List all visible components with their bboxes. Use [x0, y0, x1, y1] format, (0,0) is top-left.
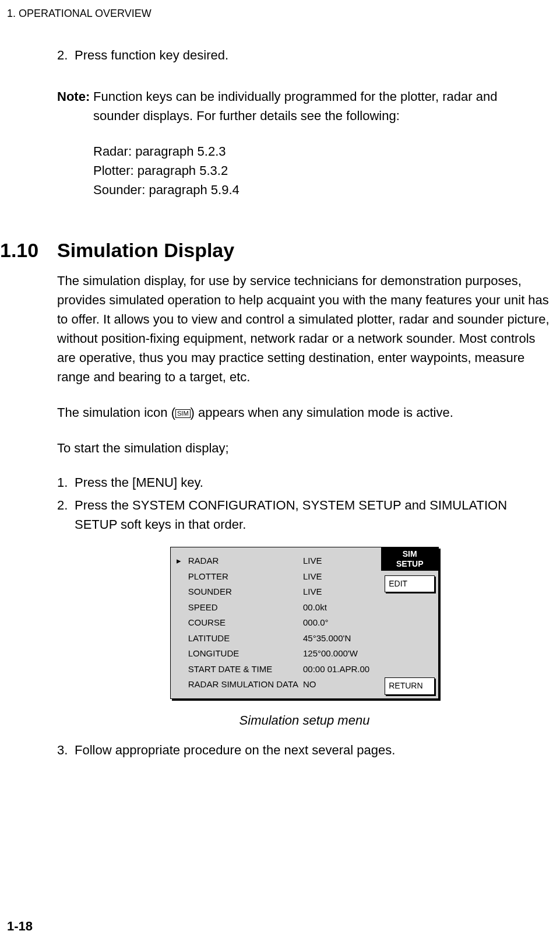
- section-heading: 1.10 Simulation Display: [0, 236, 552, 265]
- step-number: 2.: [57, 496, 75, 534]
- step-text: Press function key desired.: [75, 45, 228, 65]
- softkey-panel: SIMSETUP EDIT RETURN: [381, 547, 438, 698]
- menu-value: LIVE: [303, 584, 374, 600]
- note-ref-sounder: Sounder: paragraph 5.9.4: [93, 180, 552, 199]
- menu-value: 00:00 01.APR.00: [303, 662, 374, 677]
- step-number: 1.: [57, 473, 75, 492]
- step-text: Follow appropriate procedure on the next…: [75, 740, 395, 760]
- menu-row-course[interactable]: COURSE 000.0°: [175, 615, 374, 631]
- note-label: Note:: [57, 87, 93, 125]
- step-1: 1. Press the [MENU] key.: [57, 473, 552, 492]
- menu-value: LIVE: [303, 569, 374, 585]
- menu-label: RADAR: [181, 553, 303, 569]
- figure-caption: Simulation setup menu: [57, 711, 552, 730]
- menu-value: LIVE: [303, 553, 374, 569]
- menu-row-start-date-time[interactable]: START DATE & TIME 00:00 01.APR.00: [175, 662, 374, 677]
- step-2: 2. Press the SYSTEM CONFIGURATION, SYSTE…: [57, 496, 552, 534]
- step-2-prior: 2. Press function key desired.: [57, 45, 552, 65]
- note-line1: Function keys can be individually progra…: [93, 87, 552, 106]
- menu-label: START DATE & TIME: [181, 662, 303, 677]
- step-number: 2.: [57, 45, 75, 65]
- menu-value: NO: [303, 677, 374, 693]
- p2-b: ) appears when any simulation mode is ac…: [191, 405, 453, 420]
- menu-row-sounder[interactable]: SOUNDER LIVE: [175, 584, 374, 600]
- p2-a: The simulation icon (: [57, 405, 175, 420]
- menu-row-radar-sim-data[interactable]: RADAR SIMULATION DATA NO: [175, 677, 374, 693]
- menu-row-plotter[interactable]: PLOTTER LIVE: [175, 569, 374, 585]
- section-title: Simulation Display: [57, 236, 234, 265]
- menu-label: RADAR SIMULATION DATA: [181, 677, 303, 693]
- section-number: 1.10: [0, 236, 57, 265]
- menu-label: COURSE: [181, 615, 303, 631]
- page-header: 1. OPERATIONAL OVERVIEW: [7, 6, 152, 22]
- menu-table: ▸ RADAR LIVE PLOTTER LIVE SOUNDER LIVE: [175, 553, 374, 693]
- menu-row-speed[interactable]: SPEED 00.0kt: [175, 600, 374, 616]
- menu-row-radar[interactable]: ▸ RADAR LIVE: [175, 553, 374, 569]
- note-block: Note: Function keys can be individually …: [57, 87, 552, 199]
- sim-icon: SIM: [175, 409, 191, 418]
- menu-label: PLOTTER: [181, 569, 303, 585]
- note-line2: sounder displays. For further details se…: [93, 106, 552, 125]
- note-ref-radar: Radar: paragraph 5.2.3: [93, 142, 552, 161]
- return-softkey[interactable]: RETURN: [385, 677, 435, 694]
- step-3: 3. Follow appropriate procedure on the n…: [57, 740, 552, 760]
- menu-value: 000.0°: [303, 615, 374, 631]
- menu-label: LONGITUDE: [181, 646, 303, 662]
- cursor-icon: ▸: [175, 553, 181, 569]
- step-text: Press the SYSTEM CONFIGURATION, SYSTEM S…: [75, 496, 552, 534]
- menu-value: 125°00.000'W: [303, 646, 374, 662]
- menu-value: 00.0kt: [303, 600, 374, 616]
- page-number: 1-18: [7, 916, 33, 936]
- menu-label: SPEED: [181, 600, 303, 616]
- menu-label: SOUNDER: [181, 584, 303, 600]
- softkey-title: SIMSETUP: [381, 547, 438, 571]
- menu-row-latitude[interactable]: LATITUDE 45°35.000'N: [175, 631, 374, 647]
- menu-list-panel: ▸ RADAR LIVE PLOTTER LIVE SOUNDER LIVE: [171, 547, 381, 698]
- section-paragraph-3: To start the simulation display;: [57, 438, 552, 458]
- step-text: Press the [MENU] key.: [75, 473, 203, 492]
- menu-label: LATITUDE: [181, 631, 303, 647]
- menu-row-longitude[interactable]: LONGITUDE 125°00.000'W: [175, 646, 374, 662]
- section-paragraph-1: The simulation display, for use by servi…: [57, 271, 552, 387]
- edit-softkey[interactable]: EDIT: [385, 575, 435, 592]
- simulation-setup-figure: ▸ RADAR LIVE PLOTTER LIVE SOUNDER LIVE: [57, 547, 552, 699]
- section-paragraph-2: The simulation icon (SIM) appears when a…: [57, 403, 552, 422]
- menu-value: 45°35.000'N: [303, 631, 374, 647]
- step-number: 3.: [57, 740, 75, 760]
- note-ref-plotter: Plotter: paragraph 5.3.2: [93, 161, 552, 180]
